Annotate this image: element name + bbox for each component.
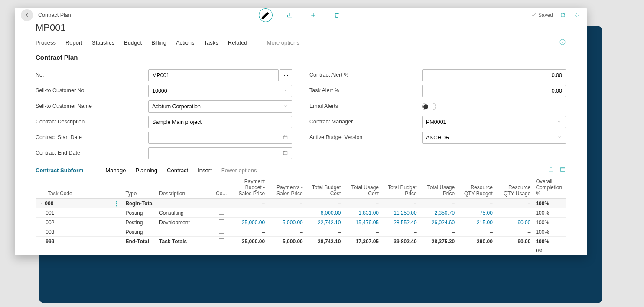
menu-budget[interactable]: Budget (124, 39, 142, 46)
lookup-button[interactable]: ··· (280, 69, 292, 81)
cell (230, 246, 268, 255)
subform-expand-button[interactable] (559, 166, 566, 174)
menu-statistics[interactable]: Statistics (92, 39, 114, 46)
cell: – (230, 199, 268, 208)
cell: Posting (123, 227, 156, 237)
checkbox[interactable] (219, 229, 224, 234)
table-row[interactable]: 003Posting––––––––100% (36, 227, 566, 237)
table-row[interactable]: → 000⋮Begin-Total––––––––100% (36, 199, 566, 208)
plus-icon (310, 12, 317, 19)
cell: – (230, 208, 268, 218)
col-total-usage-cost[interactable]: Total Usage Cost (343, 177, 381, 199)
collapse-icon (574, 12, 580, 18)
cell: 100% (533, 227, 566, 237)
cell: 28,742.10 (306, 237, 344, 246)
top-action-bar (259, 8, 343, 22)
row-menu-button[interactable]: ⋮ (113, 200, 120, 207)
cell-task-code: → 000⋮ (36, 199, 123, 208)
menu-tasks[interactable]: Tasks (204, 39, 218, 46)
col-total-budget-price[interactable]: Total Budget Price (381, 177, 420, 199)
saved-status: Saved (531, 12, 553, 18)
toggle-email-alerts[interactable] (422, 103, 436, 110)
cell: 5,000.00 (267, 237, 306, 246)
svg-rect-2 (283, 151, 287, 155)
form-label: Contract Alert % (309, 72, 422, 79)
input-contract-description[interactable]: Sample Main project (148, 116, 292, 128)
input-contract-alert-[interactable]: 0.00 (422, 69, 566, 81)
help-button[interactable] (559, 39, 566, 47)
subform-title[interactable]: Contract Subform (36, 167, 84, 174)
cell-task-code: 002 (36, 218, 123, 227)
col-total-usage-price[interactable]: Total Usage Price (420, 177, 458, 199)
cell: – (495, 208, 533, 218)
chevron-down-icon (283, 103, 288, 110)
edit-button[interactable] (259, 8, 273, 22)
chevron-down-icon (556, 134, 562, 141)
collapse-button[interactable] (573, 11, 581, 19)
form-row: Sell-to Customer NameAdatum Corporation (36, 100, 292, 113)
menu-billing[interactable]: Billing (151, 39, 166, 46)
page-title: MP001 (15, 22, 587, 36)
form-label: Contract Start Date (36, 134, 148, 141)
menu-process[interactable]: Process (36, 39, 56, 46)
col-type[interactable]: Type (123, 177, 156, 199)
cell: 17,307.05 (343, 237, 381, 246)
form-label: Sell-to Customer Name (36, 103, 148, 110)
subform-share-button[interactable] (548, 166, 554, 174)
input-contract-manager[interactable]: PM0001 (422, 116, 566, 128)
input-contract-end-date[interactable] (148, 147, 292, 159)
menu-more-options[interactable]: More options (267, 39, 299, 46)
menu-related[interactable]: Related (228, 39, 247, 46)
input-sell-to-customer-name[interactable]: Adatum Corporation (148, 100, 292, 113)
form-label: Contract End Date (36, 150, 148, 157)
col-payments-sales[interactable]: Payments - Sales Price (267, 177, 306, 199)
share-button[interactable] (284, 9, 296, 21)
col-payment-budget[interactable]: Payment Budget - Sales Price (230, 177, 268, 199)
input-task-alert-[interactable]: 0.00 (422, 85, 566, 97)
col-co[interactable]: Co... (213, 177, 230, 199)
new-button[interactable] (307, 9, 319, 21)
subform-planning[interactable]: Planning (135, 167, 157, 174)
col-resource-qty-usage[interactable]: Resource QTY Usage (495, 177, 533, 199)
cell: End-Total (123, 237, 156, 246)
menu-actions[interactable]: Actions (176, 39, 195, 46)
col-description[interactable]: Description (156, 177, 213, 199)
delete-button[interactable] (331, 9, 343, 21)
input-no-[interactable]: MP001 (148, 69, 279, 81)
cell: 75.00 (457, 208, 495, 218)
col-resource-qty-budget[interactable]: Resource QTY Budget (457, 177, 495, 199)
cell: 2,350.70 (420, 208, 458, 218)
share-icon (286, 12, 293, 19)
pencil-icon (259, 9, 272, 22)
cell: 100% (533, 208, 566, 218)
cell: – (381, 227, 420, 237)
menu-report[interactable]: Report (65, 39, 82, 46)
popout-button[interactable] (559, 11, 567, 19)
input-contract-start-date[interactable] (148, 132, 292, 144)
col-task-code[interactable]: Task Code (36, 177, 123, 199)
table-row[interactable]: 999End-TotalTask Totals25,000.005,000.00… (36, 237, 566, 246)
subform-contract[interactable]: Contract (167, 167, 188, 174)
checkbox[interactable] (219, 238, 224, 243)
table-row[interactable]: 002PostingDevelopment25,000.005,000.0022… (36, 218, 566, 227)
col-total-budget-cost[interactable]: Total Budget Cost (306, 177, 344, 199)
checkbox[interactable] (219, 200, 224, 205)
subform-insert[interactable]: Insert (198, 167, 212, 174)
input-sell-to-customer-no-[interactable]: 10000 (148, 85, 292, 97)
checkbox[interactable] (219, 219, 224, 224)
col-overall-completion[interactable]: Overall Completion % (533, 177, 566, 199)
cell (267, 246, 306, 255)
form-label: Task Alert % (309, 87, 422, 94)
cell: Posting (123, 218, 156, 227)
subform-manage[interactable]: Manage (106, 167, 126, 174)
share-icon (548, 166, 554, 173)
cell: – (267, 208, 306, 218)
table-row[interactable]: 0% (36, 246, 566, 255)
input-active-budget-version[interactable]: ANCHOR (422, 132, 566, 144)
back-button[interactable] (21, 9, 33, 21)
checkbox[interactable] (219, 210, 224, 215)
cell-task-code: 001 (36, 208, 123, 218)
row-indicator-icon: → (38, 200, 43, 207)
subform-fewer-options[interactable]: Fewer options (221, 167, 257, 174)
table-row[interactable]: 001PostingConsulting––6,000.001,831.0011… (36, 208, 566, 218)
